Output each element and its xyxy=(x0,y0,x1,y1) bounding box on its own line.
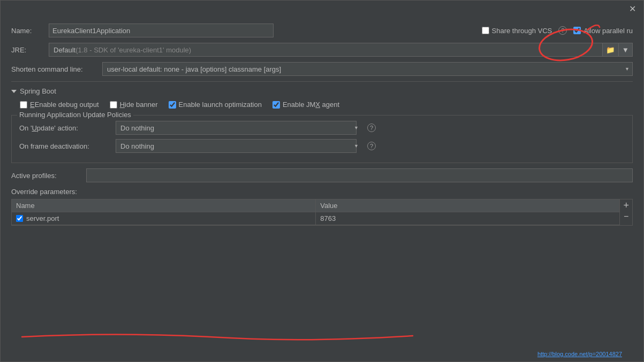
bottom-link[interactable]: http://blog.code.net/p=20014827 xyxy=(537,351,622,357)
params-inner: Name Value server.port 8763 xyxy=(12,199,619,225)
allow-parallel-checkbox[interactable] xyxy=(573,27,581,34)
table-actions: + − xyxy=(619,199,632,225)
hide-banner-checkbox-label[interactable]: Hide banner xyxy=(110,101,158,109)
col-header-value: Value xyxy=(316,199,619,212)
active-profiles-row: Active profiles: xyxy=(11,168,633,182)
remove-param-button[interactable]: − xyxy=(620,211,632,222)
jre-default-text: Default xyxy=(54,46,75,54)
jre-label: JRE: xyxy=(11,46,43,54)
active-profiles-input[interactable] xyxy=(86,168,633,182)
on-frame-label: On frame deactivation: xyxy=(19,142,110,150)
close-button[interactable]: ✕ xyxy=(626,3,639,15)
jre-dropdown-button[interactable]: ▼ xyxy=(619,43,633,57)
share-vcs-label: Share through VCS xyxy=(492,27,552,35)
dialog-content: Name: Share through VCS ? Allow parallel… xyxy=(1,17,643,361)
spring-boot-checkboxes: EEnable debug output Hide banner Enable … xyxy=(11,101,633,109)
table-row: server.port 8763 xyxy=(12,212,619,225)
name-label: Name: xyxy=(11,27,43,35)
enable-debug-label: EEnable debug output xyxy=(30,101,99,109)
enable-jmx-checkbox-label[interactable]: Enable JMX agent xyxy=(272,101,339,109)
allow-parallel-label: Allow parallel ru xyxy=(584,27,633,35)
enable-debug-checkbox-label[interactable]: EEnable debug output xyxy=(20,101,99,109)
shorten-cmd-select-container: user-local default: none - java [options… xyxy=(102,62,633,76)
jre-detail-text: (1.8 - SDK of 'eureka-client1' module) xyxy=(75,46,191,54)
enable-jmx-label: Enable JMX agent xyxy=(283,101,339,109)
on-frame-select[interactable]: Do nothing Update classes and resources … xyxy=(116,139,357,153)
param-name-value: server.port xyxy=(26,214,59,222)
on-frame-select-container: Do nothing Update classes and resources … xyxy=(116,139,362,153)
on-update-select-container: Do nothing Update classes and resources … xyxy=(116,121,362,135)
name-input[interactable] xyxy=(49,24,274,37)
shorten-cmd-select[interactable]: user-local default: none - java [options… xyxy=(102,62,633,76)
enable-launch-opt-checkbox[interactable] xyxy=(169,101,176,109)
folder-icon: 📁 xyxy=(606,46,615,54)
running-app-title: Running Application Update Policies xyxy=(17,111,133,119)
enable-jmx-checkbox[interactable] xyxy=(272,101,280,109)
param-value-cell: 8763 xyxy=(316,212,619,225)
override-params-label: Override parameters: xyxy=(11,188,633,196)
name-row: Name: Share through VCS ? Allow parallel… xyxy=(11,24,633,37)
hide-banner-checkbox[interactable] xyxy=(110,101,117,109)
col-header-name: Name xyxy=(12,199,316,212)
jre-row: JRE: Default (1.8 - SDK of 'eureka-clien… xyxy=(11,43,633,57)
on-update-row: On 'Update' action: Do nothing Update cl… xyxy=(19,121,625,135)
param-name-cell: server.port xyxy=(12,212,316,225)
on-update-label: On 'Update' action: xyxy=(19,124,110,132)
on-frame-row: On frame deactivation: Do nothing Update… xyxy=(19,139,625,153)
spring-boot-collapse-icon[interactable] xyxy=(11,90,17,93)
on-frame-help-icon[interactable]: ? xyxy=(367,142,376,150)
add-param-button[interactable]: + xyxy=(620,199,632,211)
shorten-cmd-row: Shorten command line: user-local default… xyxy=(11,62,633,76)
share-vcs-checkbox-label[interactable]: Share through VCS xyxy=(482,27,552,35)
on-update-select[interactable]: Do nothing Update classes and resources … xyxy=(116,121,357,135)
enable-launch-opt-label: Enable launch optimization xyxy=(179,101,262,109)
spring-boot-label: Spring Boot xyxy=(20,87,56,95)
hide-banner-label: Hide banner xyxy=(120,101,158,109)
chevron-down-icon: ▼ xyxy=(622,46,629,54)
header-right-controls: Share through VCS ? Allow parallel ru xyxy=(482,26,633,35)
title-bar: ✕ xyxy=(1,1,643,17)
params-table-wrapper: Name Value server.port 8763 + − xyxy=(11,199,633,226)
active-profiles-label: Active profiles: xyxy=(11,172,81,180)
enable-launch-opt-checkbox-label[interactable]: Enable launch optimization xyxy=(169,101,262,109)
share-vcs-help-icon[interactable]: ? xyxy=(558,26,567,35)
params-table-header: Name Value xyxy=(12,199,619,212)
on-update-help-icon[interactable]: ? xyxy=(367,124,376,132)
divider-1 xyxy=(11,81,633,82)
run-debug-config-dialog: ✕ Name: Share through VCS ? Allow parall… xyxy=(0,0,644,362)
spring-boot-section-header: Spring Boot xyxy=(11,87,633,95)
running-app-section: Running Application Update Policies On '… xyxy=(11,115,633,163)
enable-debug-checkbox[interactable] xyxy=(20,101,27,109)
share-vcs-checkbox[interactable] xyxy=(482,27,489,34)
allow-parallel-checkbox-label[interactable]: Allow parallel ru xyxy=(573,27,633,35)
jre-folder-button[interactable]: 📁 xyxy=(602,43,619,57)
param-row-checkbox[interactable] xyxy=(16,215,23,222)
shorten-cmd-label: Shorten command line: xyxy=(11,65,97,73)
override-params-section: Override parameters: Name Value server.p… xyxy=(11,188,633,226)
jre-text-box: Default (1.8 - SDK of 'eureka-client1' m… xyxy=(49,43,602,57)
jre-input-group: Default (1.8 - SDK of 'eureka-client1' m… xyxy=(49,43,633,57)
